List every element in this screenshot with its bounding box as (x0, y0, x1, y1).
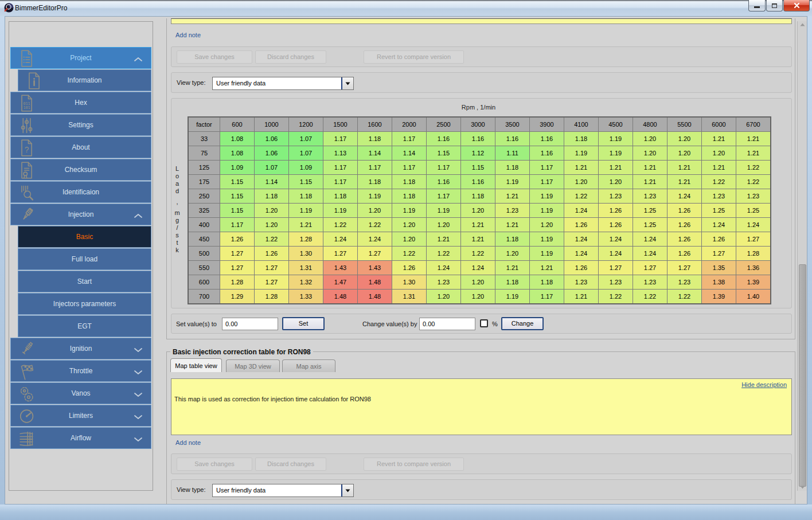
map-value-cell[interactable]: 1.18 (530, 275, 564, 289)
scrollbar-thumb[interactable] (799, 264, 806, 487)
map-value-cell[interactable]: 1.21 (427, 232, 460, 246)
map-value-cell[interactable]: 1.30 (289, 247, 323, 260)
save-changes-button-bottom[interactable]: Save changes (177, 458, 252, 471)
map-value-cell[interactable]: 1.18 (495, 232, 529, 246)
map-value-cell[interactable]: 1.23 (495, 204, 529, 217)
map-value-cell[interactable]: 1.19 (495, 290, 529, 303)
map-value-cell[interactable]: 1.20 (427, 218, 460, 232)
map-value-cell[interactable]: 1.20 (564, 175, 598, 189)
map-value-cell[interactable]: 1.19 (599, 132, 633, 146)
sidebar-item-limiters[interactable]: Limiters (10, 405, 151, 427)
change-button[interactable]: Change (501, 317, 544, 330)
map-value-cell[interactable]: 1.07 (255, 161, 288, 174)
map-value-cell[interactable]: 1.23 (564, 275, 598, 289)
sidebar-item-egt[interactable]: EGT (18, 315, 151, 337)
sidebar-item-settings[interactable]: Settings (10, 114, 151, 136)
map-value-cell[interactable]: 1.27 (255, 275, 288, 289)
map-value-cell[interactable]: 1.19 (289, 204, 323, 217)
map-value-cell[interactable]: 1.21 (667, 161, 701, 174)
change-value-input[interactable] (420, 318, 504, 330)
map-value-cell[interactable]: 1.18 (358, 175, 392, 189)
set-button[interactable]: Set (282, 317, 325, 330)
map-value-cell[interactable]: 1.36 (736, 261, 770, 275)
map-value-cell[interactable]: 1.26 (220, 232, 254, 246)
tab-map-axis[interactable]: Map axis (282, 359, 335, 372)
map-value-cell[interactable]: 1.22 (599, 290, 633, 303)
map-value-cell[interactable]: 1.43 (323, 261, 357, 275)
map-value-cell[interactable]: 1.17 (530, 175, 564, 189)
revert-compare-button-bottom[interactable]: Revert to compare version (364, 458, 464, 471)
dropdown-arrow-button-bottom[interactable] (341, 484, 353, 496)
map-value-cell[interactable]: 1.16 (530, 132, 564, 146)
map-value-cell[interactable]: 1.16 (427, 175, 460, 189)
map-value-cell[interactable]: 1.21 (736, 132, 770, 146)
map-value-cell[interactable]: 1.16 (461, 132, 495, 146)
map-value-cell[interactable]: 1.18 (392, 189, 426, 203)
map-value-cell[interactable]: 1.24 (564, 232, 598, 246)
map-value-cell[interactable]: 1.39 (702, 290, 736, 303)
map-value-cell[interactable]: 1.21 (736, 146, 770, 160)
map-value-cell[interactable]: 1.20 (255, 204, 288, 217)
map-value-cell[interactable]: 1.22 (392, 247, 426, 260)
map-value-cell[interactable]: 1.21 (599, 161, 633, 174)
map-value-cell[interactable]: 1.19 (392, 204, 426, 217)
map-value-cell[interactable]: 1.11 (495, 146, 529, 160)
map-value-cell[interactable]: 1.21 (633, 161, 667, 174)
discard-changes-button-top[interactable]: Discard changes (255, 50, 326, 64)
map-value-cell[interactable]: 1.17 (530, 290, 564, 303)
map-value-cell[interactable]: 1.21 (495, 261, 529, 275)
map-value-cell[interactable]: 1.33 (289, 290, 323, 303)
map-value-cell[interactable]: 1.21 (564, 290, 598, 303)
map-value-cell[interactable]: 1.22 (323, 218, 357, 232)
map-value-cell[interactable]: 1.17 (323, 175, 357, 189)
map-value-cell[interactable]: 1.21 (530, 261, 564, 275)
sidebar-item-checksum[interactable]: Checksum (10, 159, 151, 181)
map-value-cell[interactable]: 1.20 (392, 218, 426, 232)
map-value-cell[interactable]: 1.18 (255, 189, 288, 203)
map-value-cell[interactable]: 1.26 (392, 261, 426, 275)
map-value-cell[interactable]: 1.24 (702, 218, 736, 232)
map-value-cell[interactable]: 1.20 (702, 146, 736, 160)
map-value-cell[interactable]: 1.08 (220, 132, 254, 146)
add-note-link-top[interactable]: Add note (175, 32, 201, 38)
map-value-cell[interactable]: 1.20 (599, 175, 633, 189)
sidebar-item-throttle[interactable]: Throttle (10, 360, 151, 382)
map-value-cell[interactable]: 1.31 (392, 290, 426, 303)
map-value-cell[interactable]: 1.27 (702, 247, 736, 260)
map-value-cell[interactable]: 1.16 (427, 132, 460, 146)
map-value-cell[interactable]: 1.24 (427, 261, 460, 275)
map-value-cell[interactable]: 1.19 (530, 232, 564, 246)
map-value-cell[interactable]: 1.26 (599, 204, 633, 217)
revert-compare-button-top[interactable]: Revert to compare version (364, 50, 464, 64)
title-bar[interactable]: BimmerEditorPro (0, 0, 812, 16)
map-value-cell[interactable]: 1.19 (427, 204, 460, 217)
map-value-cell[interactable]: 1.47 (323, 275, 357, 289)
map-value-cell[interactable]: 1.19 (323, 204, 357, 217)
map-value-cell[interactable]: 1.20 (392, 232, 426, 246)
map-value-cell[interactable]: 1.23 (427, 275, 460, 289)
map-value-cell[interactable]: 1.25 (702, 204, 736, 217)
sidebar-item-project[interactable]: Project (10, 47, 151, 69)
map-value-cell[interactable]: 1.12 (461, 146, 495, 160)
map-value-cell[interactable]: 1.22 (736, 161, 770, 174)
tab-map-table-view[interactable]: Map table view (170, 358, 222, 372)
map-value-cell[interactable]: 1.15 (461, 161, 495, 174)
map-value-cell[interactable]: 1.26 (667, 247, 701, 260)
map-value-cell[interactable]: 1.08 (220, 146, 254, 160)
map-value-cell[interactable]: 1.14 (358, 146, 392, 160)
map-value-cell[interactable]: 1.16 (495, 132, 529, 146)
map-value-cell[interactable]: 1.20 (358, 204, 392, 217)
percent-checkbox[interactable] (480, 319, 488, 327)
sidebar-item-injectors-parameters[interactable]: Injectors parameters (18, 293, 151, 315)
map-value-cell[interactable]: 1.26 (564, 261, 598, 275)
map-value-cell[interactable]: 1.31 (289, 261, 323, 275)
sidebar-item-basic[interactable]: Basic (18, 226, 151, 248)
tab-map-3d-view[interactable]: Map 3D view (226, 359, 280, 372)
map-value-cell[interactable]: 1.16 (461, 175, 495, 189)
map-value-cell[interactable]: 1.20 (667, 132, 701, 146)
map-value-cell[interactable]: 1.23 (702, 189, 736, 203)
map-value-cell[interactable]: 1.20 (495, 247, 529, 260)
map-value-cell[interactable]: 1.20 (633, 146, 667, 160)
set-value-spinbox[interactable] (222, 318, 278, 330)
map-value-cell[interactable]: 1.21 (461, 232, 495, 246)
